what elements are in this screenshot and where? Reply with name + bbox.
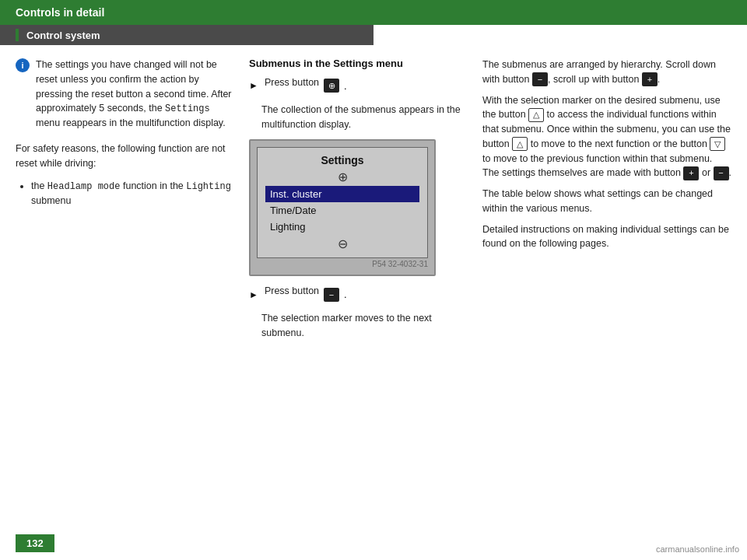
press-label-1: Press button xyxy=(265,75,319,90)
middle-column: Submenus in the Settings menu ► Press bu… xyxy=(249,58,467,527)
scroll-down-btn: − xyxy=(532,72,548,86)
watermark: carmanualsonline.info xyxy=(656,544,739,554)
arrow-icon-2: ► xyxy=(249,289,258,300)
prev-btn: ▽ xyxy=(710,137,725,151)
subheader-title: Control system xyxy=(26,30,100,41)
main-content: i The settings you have changed will not… xyxy=(0,45,747,527)
info-paragraph: The settings you have changed will not b… xyxy=(36,58,233,131)
press-button-row-2: ► Press button − . xyxy=(249,284,467,305)
header-title: Controls in detail xyxy=(16,6,104,19)
info-block: i The settings you have changed will not… xyxy=(16,58,233,131)
period-1: . xyxy=(344,80,347,92)
press-label-2: Press button xyxy=(265,284,319,299)
scroll-up-btn: + xyxy=(642,72,658,86)
list-item: the Headlamp mode function in the Lighti… xyxy=(31,179,233,208)
minus-button-icon: − xyxy=(324,288,339,302)
plus-btn: + xyxy=(683,166,699,180)
right-para-4: Detailed instructions on making individu… xyxy=(482,222,731,252)
next-btn: △ xyxy=(512,137,528,151)
safety-text: For safety reasons, the following functi… xyxy=(16,142,233,171)
display-inner: Settings ⊕ Inst. cluster Time/Date Light… xyxy=(257,147,428,258)
subheader-bar: Control system xyxy=(0,25,374,45)
right-para-3: The table below shows what settings can … xyxy=(482,187,731,216)
page-number: 132 xyxy=(16,534,54,552)
press-button-1-desc: The collection of the submenus appears i… xyxy=(261,103,467,132)
settings-display: Settings ⊕ Inst. cluster Time/Date Light… xyxy=(249,139,436,276)
header-bar: Controls in detail xyxy=(0,0,747,25)
right-column: The submenus are arranged by hierarchy. … xyxy=(482,58,731,527)
display-item-2: Lighting xyxy=(265,219,419,235)
display-minus: ⊖ xyxy=(265,236,419,251)
period-2: . xyxy=(344,289,347,300)
press-button-row-1: ► Press button ⊕ . xyxy=(249,75,467,96)
access-btn: △ xyxy=(528,108,544,122)
display-item-1: Time/Date xyxy=(265,202,419,219)
settings-button-icon: ⊕ xyxy=(324,79,339,93)
bullet-list: the Headlamp mode function in the Lighti… xyxy=(16,179,233,208)
section-title: Submenus in the Settings menu xyxy=(249,58,467,69)
left-column: i The settings you have changed will not… xyxy=(16,58,233,527)
right-para-1: The submenus are arranged by hierarchy. … xyxy=(482,58,731,87)
display-plus: ⊕ xyxy=(265,170,419,184)
image-caption: P54 32-4032-31 xyxy=(257,260,428,268)
display-item-0: Inst. cluster xyxy=(265,186,419,202)
press-button-2-desc: The selection marker moves to the next s… xyxy=(261,311,467,341)
info-icon: i xyxy=(16,58,30,72)
arrow-icon-1: ► xyxy=(249,80,258,91)
minus-btn2: − xyxy=(714,166,729,180)
display-title: Settings xyxy=(265,154,419,166)
right-para-2: With the selection marker on the desired… xyxy=(482,93,731,181)
